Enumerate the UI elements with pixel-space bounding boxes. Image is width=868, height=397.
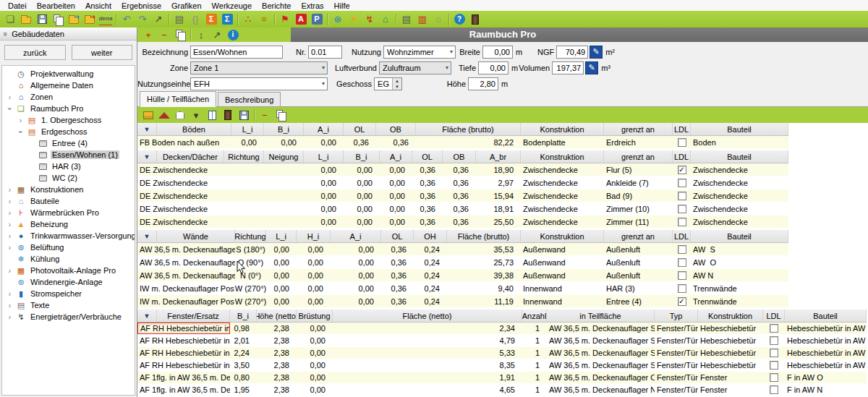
table-cell[interactable]: 1 (522, 359, 547, 371)
row-name-cell[interactable]: AF RH Hebeschiebetür in A... (137, 359, 230, 371)
table-cell[interactable] (264, 176, 304, 189)
table-cell[interactable]: 0,00 (297, 335, 333, 346)
menu-ergebnisse[interactable]: Ergebnisse (116, 0, 166, 11)
table-cell[interactable]: 1,91 (333, 372, 522, 383)
table-cell[interactable]: Ankleide (7) (604, 176, 673, 189)
row-name-cell[interactable]: IW m. Deckenauflager Pos ... (137, 282, 235, 294)
expand-arrow-icon[interactable]: › (7, 186, 13, 194)
table-cell[interactable]: 0,00 (380, 163, 412, 176)
table-cell[interactable]: 0,24 (414, 269, 447, 281)
table-cell[interactable]: 2,38 (257, 359, 297, 371)
table-row[interactable]: DE Zwischendecke0,000,000,000,360,3615,9… (137, 189, 788, 202)
ldl-checkbox[interactable] (770, 349, 778, 357)
remove-row-icon[interactable]: − (258, 108, 272, 121)
table-cell[interactable]: 0,36 (381, 269, 414, 281)
ldl-checkbox[interactable] (770, 361, 778, 370)
table-cell[interactable]: 0,00 (380, 202, 412, 215)
table-cell[interactable]: Fenster/Tür (655, 335, 698, 346)
table-cell[interactable]: Hebeschiebetür in AW S (785, 347, 867, 359)
table-cell[interactable]: 0,00 (297, 359, 333, 371)
tab-beschreibung[interactable]: Beschreibung (218, 92, 281, 106)
table-row[interactable]: DE Zwischendecke0,000,000,000,360,3618,9… (137, 202, 788, 215)
table-cell[interactable]: ✓ (673, 163, 691, 176)
table-row[interactable]: AF RH Hebeschiebetür in A...2,242,380,00… (137, 347, 867, 359)
table-cell[interactable]: Hebeschiebetür in AW S (785, 335, 867, 346)
report-check-icon[interactable]: ▤ (399, 12, 414, 27)
table-cell[interactable]: 4,79 (333, 335, 522, 346)
table-cell[interactable]: Hebeschiebetür in AW S (785, 323, 867, 334)
row-name-cell[interactable]: DE Zwischendecke (137, 202, 224, 215)
table-cell[interactable]: 25,50 (476, 215, 521, 228)
table-cell[interactable]: 0,00 (266, 256, 297, 268)
info-icon[interactable]: i (226, 28, 240, 41)
ldl-checkbox[interactable]: ✓ (678, 297, 686, 306)
row-name-cell[interactable]: DE Zwischendecke (137, 215, 224, 228)
table-cell[interactable]: Zwischendecke (521, 215, 604, 228)
ldl-checkbox[interactable]: ✓ (678, 166, 686, 174)
menu-datei[interactable]: Datei (3, 0, 32, 11)
table-cell[interactable]: 0,00 (344, 176, 380, 189)
table-cell[interactable]: 0,00 (331, 295, 381, 307)
table-cell[interactable]: Fenster/Tür (655, 372, 698, 383)
tree-item-raumbuch-pro[interactable]: ›❏Raumbuch Pro (2, 103, 135, 114)
expand-arrow-icon[interactable]: › (7, 267, 13, 275)
table-cell[interactable]: Innenwand (521, 282, 604, 294)
table-cell[interactable]: 4,65 (333, 384, 522, 396)
table-cell[interactable]: Außenwand (521, 269, 604, 281)
stepper-arrows[interactable]: ▲▼ (392, 78, 401, 90)
table-cell[interactable] (763, 359, 785, 371)
sum-blue-icon[interactable]: Σ (220, 12, 234, 27)
new-file-icon[interactable]: ❏ (3, 12, 17, 27)
table-cell[interactable]: Fenster (698, 372, 763, 383)
table-cell[interactable]: Außenwand (521, 243, 604, 255)
tree-item-belüftung[interactable]: ›⊛Belüftung (2, 242, 135, 253)
table-cell[interactable]: 0,00 (380, 189, 412, 202)
table-cell[interactable]: 0,36 (443, 215, 476, 228)
table-cell[interactable]: 0,00 (344, 202, 380, 215)
table-cell[interactable]: 0,00 (304, 136, 344, 148)
table-cell[interactable]: 0,00 (297, 243, 331, 255)
table-cell[interactable] (264, 202, 304, 215)
ldl-checkbox[interactable] (770, 336, 778, 345)
table-cell[interactable]: 0,00 (266, 295, 297, 307)
table-cell[interactable]: AW 36,5 m. Deckenauflager O Pos... (547, 372, 655, 383)
filter-header-cell[interactable]: ▼ (137, 310, 157, 322)
table-cell[interactable]: Bad (9) (604, 189, 673, 202)
table-cell[interactable]: O (90°) (235, 256, 266, 268)
table-cell[interactable]: AW S (691, 243, 788, 255)
remove-row-icon[interactable]: − (157, 28, 171, 41)
ldl-checkbox[interactable] (678, 192, 686, 200)
row-name-cell[interactable]: AW 36,5 m. Deckenauflage... (137, 269, 235, 281)
table-cell[interactable]: 0,24 (414, 295, 447, 307)
expand-arrow-icon[interactable]: › (7, 302, 13, 310)
braces-icon[interactable]: {} (188, 12, 203, 27)
tree-item-wc-2[interactable]: WC (2) (2, 172, 135, 184)
menu-ansicht[interactable]: Ansicht (80, 0, 116, 11)
table-cell[interactable]: AW O (691, 256, 788, 268)
table-cell[interactable]: Außenwand (521, 256, 604, 268)
collapse-arrow-icon[interactable]: › (6, 106, 14, 112)
table-cell[interactable]: 0,36 (412, 189, 443, 202)
letter-p-icon[interactable]: P (310, 12, 324, 27)
breite-input[interactable] (482, 46, 513, 59)
table-cell[interactable]: Fenster/Tür (655, 323, 698, 334)
table-cell[interactable]: Entree (4) (604, 295, 673, 307)
back-button[interactable]: zurück (4, 45, 66, 60)
table-cell[interactable]: 1,95 (230, 384, 257, 396)
filter-header-cell[interactable]: ▼ (137, 150, 157, 163)
row-name-cell[interactable]: AF RH Hebeschiebetür in A... (137, 323, 230, 334)
table-cell[interactable]: Zwischendecke (521, 176, 604, 189)
row-name-cell[interactable]: AW 36,5 m. Deckenauflage... (137, 256, 235, 268)
table-cell[interactable]: 2,38 (257, 384, 297, 396)
tree-item-zonen[interactable]: ›⌂Zonen (2, 91, 135, 103)
copy-row-icon[interactable] (273, 108, 288, 121)
wand-icon[interactable]: ↗ (210, 28, 224, 41)
row-name-cell[interactable]: DE Zwischendecke (137, 163, 224, 176)
table-cell[interactable]: 0,36 (412, 176, 443, 189)
table-cell[interactable]: W (270°) (235, 295, 266, 307)
table-row[interactable]: AW 36,5 m. Deckenauflage...S (180°)0,000… (137, 243, 788, 256)
table-cell[interactable]: 0,00 (344, 189, 380, 202)
table-cell[interactable]: Fenster/Tür (655, 347, 698, 359)
table-cell[interactable]: 0,36 (381, 282, 414, 294)
filter-header-cell[interactable]: ▼ (137, 230, 157, 242)
